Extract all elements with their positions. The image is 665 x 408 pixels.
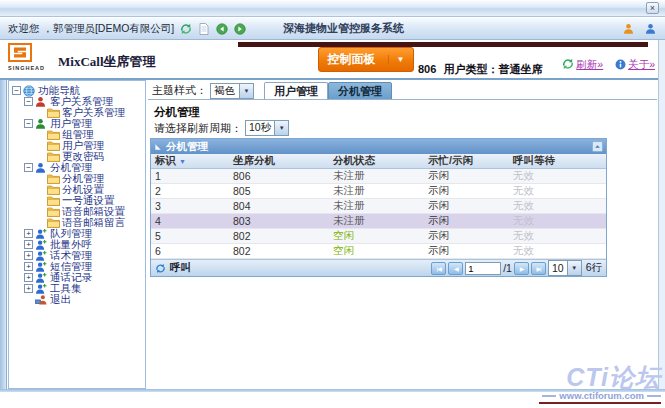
- table-row[interactable]: 5802空闲示闲无效: [151, 229, 606, 244]
- table-row[interactable]: 1806未注册示闲无效: [151, 169, 606, 184]
- cell-status: 空闲: [329, 244, 424, 259]
- extension-table: 标识▼ 坐席分机 分机状态 示忙/示闲 呼叫等待 1806未注册示闲无效2805…: [151, 154, 606, 259]
- person-plus-icon: [35, 250, 48, 261]
- theme-style-label: 主题样式：: [152, 83, 207, 98]
- last-page-button[interactable]: ▶|: [531, 262, 546, 275]
- singhead-logo: SINGHEAD: [8, 43, 54, 71]
- collapse-panel-icon[interactable]: [592, 141, 603, 152]
- call-button[interactable]: 呼叫: [170, 261, 191, 275]
- close-icon[interactable]: ×: [646, 2, 659, 14]
- header-stripe: [238, 42, 648, 47]
- refresh-period-value: 10秒: [246, 121, 274, 135]
- collapse-box-icon[interactable]: −: [24, 119, 33, 128]
- table-row[interactable]: 6802空闲示闲无效: [151, 244, 606, 259]
- user-blue-icon[interactable]: [644, 22, 657, 35]
- refresh-period-label: 请选择刷新周期：: [154, 121, 242, 136]
- expand-box-icon[interactable]: +: [24, 229, 33, 238]
- theme-style-value: 褐色: [211, 84, 239, 98]
- expand-box-icon[interactable]: +: [24, 240, 33, 249]
- person-green-icon: [35, 118, 48, 129]
- toolbar-document-icon[interactable]: [197, 22, 210, 35]
- panel-corner-icon: [154, 141, 163, 153]
- sidebar-item-19[interactable]: 退出: [9, 294, 145, 305]
- rows-count-label: 6行: [586, 261, 602, 275]
- cell-call-wait: 无效: [509, 169, 606, 184]
- main-content: 主题样式： 褐色 ▼ 用户管理 分机管理 分机管理 请选择刷新周期： 10秒 ▼…: [148, 80, 657, 389]
- cell-extension: 805: [229, 184, 329, 199]
- cell-id: 6: [151, 244, 229, 259]
- page-size-select[interactable]: 10 ▼: [548, 260, 582, 276]
- col-header-extension[interactable]: 坐席分机: [229, 154, 329, 169]
- toolbar-right-icons: [617, 22, 657, 35]
- dropdown-arrow-icon[interactable]: ▼: [239, 84, 253, 98]
- collapse-box-icon[interactable]: −: [24, 163, 33, 172]
- window-right-edge: [658, 40, 665, 390]
- table-row[interactable]: 3804未注册示闲无效: [151, 199, 606, 214]
- tab-bar: 用户管理 分机管理: [264, 82, 392, 100]
- cell-status: 未注册: [329, 199, 424, 214]
- expand-box-icon[interactable]: +: [24, 273, 33, 282]
- page-number-input[interactable]: [465, 262, 501, 275]
- expand-box-icon[interactable]: +: [24, 251, 33, 260]
- cell-id: 5: [151, 229, 229, 244]
- person-plus-icon: [35, 283, 48, 294]
- folder-icon: [47, 129, 60, 140]
- control-panel-caret-icon[interactable]: ▼: [388, 55, 405, 64]
- sidebar-item-18[interactable]: +工具集: [9, 283, 145, 294]
- folder-icon: [47, 184, 60, 195]
- cell-id: 4: [151, 214, 229, 229]
- cell-status: 未注册: [329, 184, 424, 199]
- pagination: |◀ ◀ /1 ▶ ▶| 10 ▼ 6行: [431, 260, 602, 276]
- toolbar-forward-icon[interactable]: [233, 22, 246, 35]
- cell-busy-idle: 示闲: [424, 244, 509, 259]
- theme-style-select[interactable]: 褐色 ▼: [210, 83, 254, 99]
- prev-page-button[interactable]: ◀: [448, 262, 463, 275]
- toolbar-back-icon[interactable]: [215, 22, 228, 35]
- user-orange-icon[interactable]: [622, 22, 635, 35]
- cell-status: 未注册: [329, 214, 424, 229]
- panel-header: 分机管理: [151, 139, 606, 154]
- col-header-id[interactable]: 标识▼: [151, 154, 229, 169]
- cti-forum-url: www.ctiforum.com: [539, 390, 661, 401]
- dropdown-arrow-icon[interactable]: ▼: [567, 261, 581, 275]
- sidebar-item-label[interactable]: 退出: [50, 293, 71, 307]
- tab-user-management[interactable]: 用户管理: [264, 82, 328, 100]
- browser-toolbar: 欢迎您 ，郭管理员[DEMO有限公司] 深海捷物业管控服务系统: [0, 18, 665, 40]
- refresh-icon: [562, 58, 574, 72]
- about-link[interactable]: 关于»: [615, 58, 655, 72]
- dropdown-arrow-icon[interactable]: ▼: [274, 121, 288, 135]
- section-title: 分机管理: [154, 105, 200, 120]
- panel-footer: 呼叫 |◀ ◀ /1 ▶ ▶| 10 ▼ 6行: [151, 259, 606, 276]
- refresh-period-select[interactable]: 10秒 ▼: [245, 120, 289, 136]
- control-panel-label: 控制面板: [328, 51, 376, 68]
- col-header-status[interactable]: 分机状态: [329, 154, 424, 169]
- sort-desc-icon[interactable]: ▼: [179, 158, 186, 165]
- theme-row: 主题样式： 褐色 ▼ 用户管理 分机管理: [152, 81, 392, 100]
- logo-text: SINGHEAD: [8, 65, 54, 71]
- col-header-id-label[interactable]: 标识: [155, 154, 176, 166]
- about-link-label[interactable]: 关于»: [628, 58, 655, 72]
- expand-box-icon[interactable]: +: [24, 284, 33, 293]
- toolbar-refresh-icon[interactable]: [179, 22, 192, 35]
- tab-extension-management[interactable]: 分机管理: [328, 82, 392, 100]
- window-titlebar: ×: [0, 0, 665, 17]
- table-row[interactable]: 2805未注册示闲无效: [151, 184, 606, 199]
- refresh-link-label[interactable]: 刷新»: [576, 58, 603, 72]
- first-page-button[interactable]: |◀: [431, 262, 446, 275]
- collapse-box-icon[interactable]: −: [24, 97, 33, 106]
- table-row[interactable]: 4803未注册示闲无效: [151, 214, 606, 229]
- col-header-busy-idle[interactable]: 示忙/示闲: [424, 154, 509, 169]
- refresh-list-icon[interactable]: [155, 263, 166, 274]
- cell-call-wait: 无效: [509, 244, 606, 259]
- user-info: 806 用户类型：普通坐席: [418, 62, 546, 77]
- cell-status: 空闲: [329, 229, 424, 244]
- watermark: CTi论坛 www.ctiforum.com: [539, 364, 661, 404]
- expand-box-icon[interactable]: +: [24, 262, 33, 271]
- control-panel-button[interactable]: 控制面板 ▼: [318, 47, 414, 72]
- cell-status: 未注册: [329, 169, 424, 184]
- col-header-call-wait[interactable]: 呼叫等待: [509, 154, 606, 169]
- cell-extension: 803: [229, 214, 329, 229]
- refresh-link[interactable]: 刷新»: [562, 58, 603, 72]
- next-page-button[interactable]: ▶: [514, 262, 529, 275]
- collapse-box-icon[interactable]: −: [12, 86, 21, 95]
